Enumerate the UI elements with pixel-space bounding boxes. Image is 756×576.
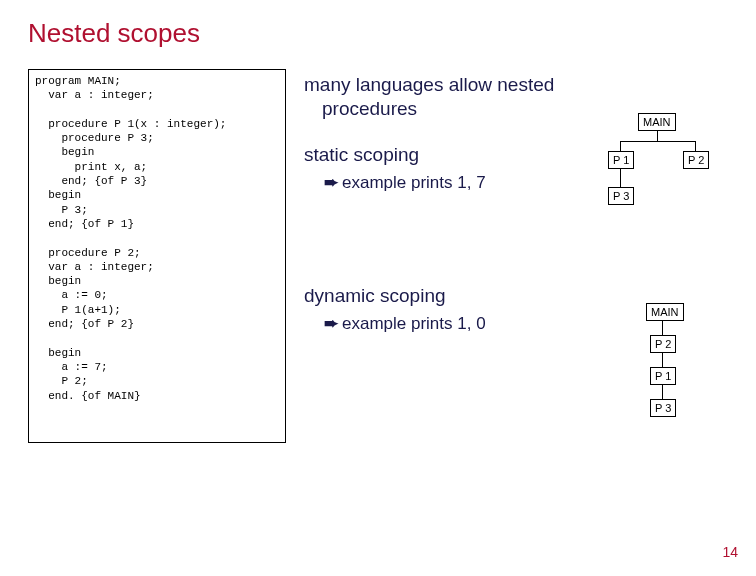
node-p3: P 3	[650, 399, 676, 417]
node-main: MAIN	[646, 303, 684, 321]
para-dynamic-text: dynamic scoping	[304, 285, 446, 306]
para-nested: many languages allow nested procedures	[304, 73, 588, 121]
tree-line	[620, 141, 696, 142]
node-main: MAIN	[638, 113, 676, 131]
para-static: static scoping ➨example prints 1, 7	[304, 143, 588, 194]
sub-dynamic: ➨example prints 1, 0	[304, 313, 588, 334]
code-box: program MAIN; var a : integer; procedure…	[28, 69, 286, 443]
diagram-column: MAIN P 1 P 2 P 3 MAIN P 2 P 1	[598, 69, 728, 443]
para-dynamic: dynamic scoping ➨example prints 1, 0	[304, 284, 588, 335]
text-column: many languages allow nested procedures s…	[304, 69, 588, 443]
sub-static: ➨example prints 1, 7	[304, 172, 588, 193]
node-p2: P 2	[683, 151, 709, 169]
para-nested-l1: many languages allow nested	[304, 74, 554, 95]
node-p2: P 2	[650, 335, 676, 353]
content-row: program MAIN; var a : integer; procedure…	[28, 69, 728, 443]
node-p1: P 1	[608, 151, 634, 169]
arrow-icon: ➨	[324, 173, 338, 192]
node-p1: P 1	[650, 367, 676, 385]
page-number: 14	[722, 544, 738, 560]
chain-line	[662, 321, 663, 335]
tree-line	[620, 141, 621, 151]
chain-line	[662, 353, 663, 367]
tree-line	[620, 169, 621, 187]
tree-diagram-static: MAIN P 1 P 2 P 3	[598, 113, 728, 223]
slide: Nested scopes program MAIN; var a : inte…	[0, 0, 756, 576]
arrow-icon: ➨	[324, 314, 338, 333]
para-static-text: static scoping	[304, 144, 419, 165]
para-nested-l2: procedures	[304, 98, 417, 119]
tree-line	[695, 141, 696, 151]
chain-line	[662, 385, 663, 399]
node-p3: P 3	[608, 187, 634, 205]
tree-line	[657, 131, 658, 141]
sub-static-text: example prints 1, 7	[342, 173, 486, 192]
slide-title: Nested scopes	[28, 18, 728, 49]
sub-dynamic-text: example prints 1, 0	[342, 314, 486, 333]
chain-diagram-dynamic: MAIN P 2 P 1 P 3	[598, 303, 728, 443]
right-column: many languages allow nested procedures s…	[304, 69, 728, 443]
